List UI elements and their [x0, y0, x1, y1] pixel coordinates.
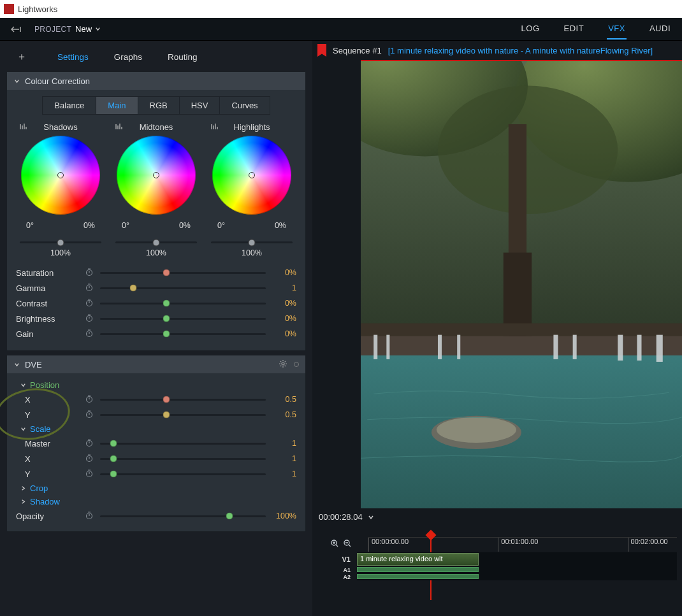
cc-tab-hsv[interactable]: HSV	[180, 97, 221, 114]
timecode-value[interactable]: 00:00:28.04	[319, 512, 363, 522]
cc-tab-curves[interactable]: Curves	[220, 97, 269, 114]
stopwatch-icon[interactable]	[85, 283, 95, 293]
colorwheel-shadows[interactable]	[21, 136, 100, 215]
svg-rect-14	[361, 355, 682, 508]
param-slider[interactable]	[100, 399, 266, 401]
wheel-slider[interactable]	[20, 241, 101, 243]
colorwheel-midtones[interactable]	[117, 136, 196, 215]
param-value[interactable]: 0.5	[271, 410, 296, 419]
tab-audio[interactable]: AUDI	[648, 18, 672, 39]
zoom-out-icon[interactable]	[343, 539, 352, 550]
stopwatch-icon[interactable]	[85, 329, 95, 339]
bars-icon[interactable]	[211, 122, 219, 132]
tab-log[interactable]: LOG	[520, 18, 541, 39]
audio-clip[interactable]	[357, 574, 479, 579]
timeline-ruler[interactable]: 00:00:00.00 00:01:00.00 00:02:00.00	[368, 537, 677, 551]
param-value[interactable]: 100%	[271, 512, 296, 520]
param-slider[interactable]	[100, 318, 266, 320]
param-value[interactable]: 1	[271, 469, 296, 478]
back-button[interactable]	[8, 23, 25, 36]
param-scale-x: X 1	[16, 451, 296, 466]
group-position[interactable]: Position	[16, 378, 296, 392]
cc-tab-rgb[interactable]: RGB	[138, 97, 180, 114]
param-value[interactable]: 1	[271, 454, 296, 463]
stopwatch-icon[interactable]	[85, 268, 95, 278]
param-contrast: Contrast 0%	[16, 296, 296, 311]
param-value[interactable]: 0%	[271, 268, 296, 277]
param-label: X	[16, 454, 80, 464]
add-effect-button[interactable]: ＋	[11, 50, 32, 64]
cc-tab-main[interactable]: Main	[96, 97, 138, 114]
group-shadow[interactable]: Shadow	[16, 495, 296, 508]
param-slider[interactable]	[100, 458, 266, 460]
wheel-handle[interactable]	[57, 172, 64, 178]
param-value[interactable]: 0.5	[271, 395, 296, 404]
chevron-right-icon	[20, 499, 26, 505]
param-slider[interactable]	[100, 333, 266, 335]
zoom-in-icon[interactable]	[330, 539, 339, 550]
param-value[interactable]: 0%	[271, 299, 296, 308]
wheel-handle[interactable]	[249, 172, 255, 178]
project-name-dropdown[interactable]: New	[75, 24, 101, 34]
stopwatch-icon[interactable]	[85, 298, 95, 308]
group-scale[interactable]: Scale	[16, 422, 296, 436]
svg-rect-26	[573, 335, 577, 359]
dve-header[interactable]: DVE	[7, 355, 305, 373]
tab-graphs[interactable]: Graphs	[114, 52, 142, 62]
sequence-subtitle[interactable]: [1 minute relaxing video with nature - A…	[388, 46, 653, 55]
stopwatch-icon[interactable]	[85, 469, 95, 479]
gear-icon[interactable]	[279, 359, 287, 370]
colorwheel-highlights[interactable]	[212, 136, 291, 215]
tab-edit[interactable]: EDIT	[563, 18, 586, 39]
audio-clip[interactable]	[357, 567, 479, 572]
param-label: Master	[16, 439, 80, 448]
video-preview[interactable]	[361, 60, 682, 508]
track-label[interactable]: A1	[317, 567, 357, 573]
track-body[interactable]: 1 minute relaxing video wit	[357, 552, 677, 566]
wheel-handle[interactable]	[153, 172, 159, 178]
colour-correction-header[interactable]: Colour Correction	[7, 72, 305, 90]
param-value[interactable]: 1	[271, 283, 296, 292]
param-slider[interactable]	[100, 272, 266, 274]
param-slider[interactable]	[100, 287, 266, 289]
param-slider[interactable]	[100, 303, 266, 304]
bars-icon[interactable]	[115, 122, 123, 132]
param-position-x: X 0.5	[16, 392, 296, 407]
stopwatch-icon[interactable]	[85, 438, 95, 448]
stopwatch-icon[interactable]	[85, 313, 95, 324]
wheel-slider[interactable]	[211, 241, 293, 243]
param-slider[interactable]	[100, 443, 266, 445]
stopwatch-icon[interactable]	[85, 511, 95, 521]
svg-point-5	[282, 362, 284, 365]
param-slider[interactable]	[100, 414, 266, 416]
param-slider[interactable]	[100, 473, 266, 475]
video-clip[interactable]: 1 minute relaxing video wit	[357, 553, 479, 566]
param-value[interactable]: 1	[271, 439, 296, 448]
param-value[interactable]: 0%	[271, 314, 296, 323]
stopwatch-icon[interactable]	[85, 410, 95, 420]
tab-settings[interactable]: Settings	[57, 52, 89, 62]
panel-title: DVE	[25, 360, 42, 369]
cc-tab-balance[interactable]: Balance	[43, 97, 96, 114]
param-value[interactable]: 0%	[271, 329, 296, 338]
svg-rect-28	[637, 335, 641, 361]
group-crop[interactable]: Crop	[16, 482, 296, 495]
param-label: Contrast	[16, 299, 80, 308]
param-slider[interactable]	[100, 515, 266, 517]
chevron-down-icon	[20, 382, 26, 389]
track-body[interactable]	[357, 573, 677, 580]
track-label[interactable]: V1	[317, 555, 357, 563]
track-body[interactable]	[357, 566, 677, 573]
tab-vfx[interactable]: VFX	[607, 18, 627, 39]
wheel-slider[interactable]	[115, 241, 197, 243]
tab-routing[interactable]: Routing	[168, 52, 198, 62]
stopwatch-icon[interactable]	[85, 394, 95, 405]
sequence-name[interactable]: Sequence #1	[333, 46, 382, 55]
bars-icon[interactable]	[20, 122, 27, 132]
chevron-down-icon[interactable]	[368, 514, 374, 520]
enable-dot-icon[interactable]	[294, 362, 299, 367]
tick-label: 00:01:00.00	[501, 538, 538, 545]
stopwatch-icon[interactable]	[85, 454, 95, 464]
track-label[interactable]: A2	[317, 574, 357, 580]
wheel-slider-value: 100%	[16, 248, 105, 257]
